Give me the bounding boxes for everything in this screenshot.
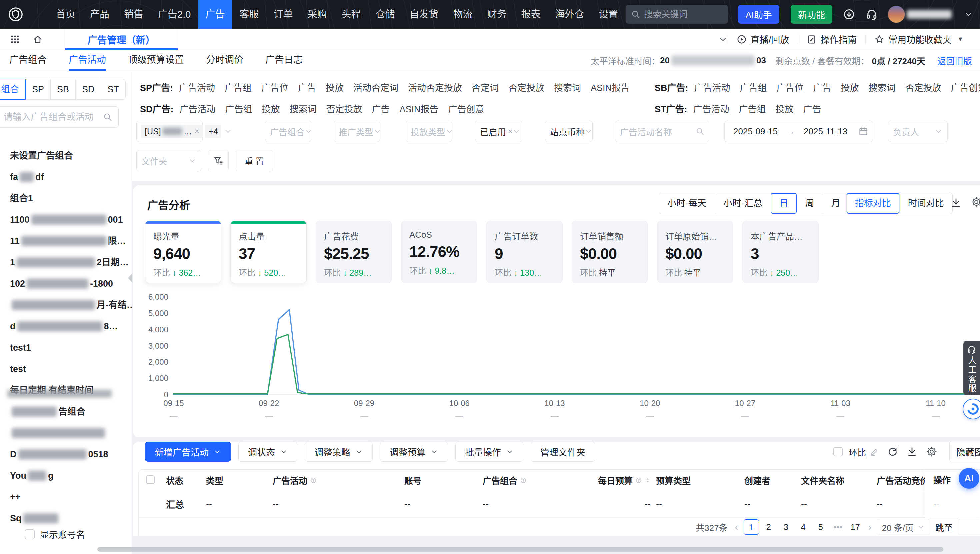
metric-card-广告订单数[interactable]: 广告订单数9环比 ↓ 130… [486,221,563,283]
nav-item-销售[interactable]: 销售 [117,0,151,29]
apps-grid-icon[interactable] [10,34,20,45]
section-tab-广告日志[interactable]: 广告日志 [265,50,303,71]
quick-link-广告组[interactable]: 广告组 [225,102,252,115]
quick-link-ASIN报告[interactable]: ASIN报告 [400,102,439,115]
ai-assistant-button[interactable]: AI助手 [738,5,780,24]
sidebar-tab-ST[interactable]: ST [101,79,126,100]
show-account-checkbox[interactable] [25,529,35,539]
nav-item-首页[interactable]: 首页 [49,0,83,29]
nav-item-物流[interactable]: 物流 [445,0,480,29]
quick-link-ASIN报告[interactable]: ASIN报告 [591,81,630,94]
help-question-icon[interactable]: ? [520,477,527,484]
quick-link-搜索词[interactable]: 搜索词 [290,102,317,115]
nav-item-自发货[interactable]: 自发货 [402,0,445,29]
toolbar-button-新增广告活动[interactable]: 新增广告活动 [145,442,231,462]
folder-filter-select[interactable]: 文件夹 [136,150,201,171]
quick-link-广告活动[interactable]: 广告活动 [179,81,215,94]
portfolio-item[interactable]: 每日定期 有结束时间 [0,380,132,401]
column-header-广告活动[interactable]: 广告活动? [273,474,404,486]
quick-link-投放[interactable]: 投放 [776,102,794,115]
sidebar-collapse-handle[interactable] [128,273,132,283]
account-filter-select[interactable]: [US]…× +4 [136,121,203,142]
column-header-预算类型[interactable]: 预算类型 [656,474,745,486]
quick-link-投放[interactable]: 投放 [841,81,859,94]
metric-card-广告花费[interactable]: 广告花费$25.25环比 ↓ 289… [316,221,392,283]
portfolio-item[interactable]: test1 [0,337,132,358]
quick-link-广告[interactable]: 广告 [803,102,821,115]
portfolio-item[interactable]: test [0,358,132,380]
period-日[interactable]: 日 [771,193,797,214]
portfolio-item[interactable]: 月-有结… [0,295,132,316]
portfolio-item[interactable]: d8… [0,316,132,337]
status-filter-select[interactable]: 已启用× [475,121,522,142]
period-小时-汇总[interactable]: 小时-汇总 [715,193,771,214]
quick-link-投放[interactable]: 投放 [262,102,280,115]
period-月[interactable]: 月 [822,193,849,214]
portfolio-filter-select[interactable]: 广告组合 [265,121,311,142]
portfolio-item[interactable]: 1100001 [0,209,132,230]
metric-card-本广告产品…[interactable]: 本广告产品…3环比 ↓ 250… [742,221,819,283]
column-header-类型[interactable]: 类型 [206,474,273,486]
quick-link-广告创意[interactable]: 广告创意 [448,102,484,115]
portfolio-item[interactable]: 102-1800 [0,273,132,295]
quick-link-活动否定投放[interactable]: 活动否定投放 [408,81,462,94]
nav-item-头程[interactable]: 头程 [334,0,368,29]
quick-link-搜索词[interactable]: 搜索词 [869,81,896,94]
user-menu-chevron-icon[interactable] [964,10,973,19]
quick-link-广告组[interactable]: 广告组 [225,81,252,94]
portfolio-item[interactable]: Youg [0,465,132,486]
quick-link-广告活动[interactable]: 广告活动 [694,81,730,94]
page-4[interactable]: 4 [795,519,811,535]
hide-chart-button[interactable]: 隐藏图表 [949,441,980,462]
horizontal-scrollbar[interactable] [97,547,943,552]
compare-时间对比[interactable]: 时间对比 [899,193,952,214]
toolbar-button-管理文件夹[interactable]: 管理文件夹 [531,442,595,462]
select-all-checkbox[interactable] [146,475,166,486]
back-to-old-link[interactable]: 返回旧版 [937,54,972,67]
portfolio-item[interactable]: ++ [0,486,132,508]
metric-card-订单原始销…[interactable]: 订单原始销…$0.00环比 持平 [657,221,733,283]
quick-link-否定投放[interactable]: 否定投放 [326,102,362,115]
section-tab-广告组合[interactable]: 广告组合 [10,50,47,71]
brand-logo-icon[interactable] [7,6,24,23]
period-周[interactable]: 周 [797,193,822,214]
nav-item-广告2.0[interactable]: 广告2.0 [151,0,198,29]
support-headset-icon[interactable] [865,8,878,20]
column-header-广告组合[interactable]: 广告组合? [483,474,573,486]
targeting-type-filter-select[interactable]: 投放类型 [406,121,452,142]
table-settings-gear-icon[interactable] [926,446,937,457]
nav-item-财务[interactable]: 财务 [480,0,514,29]
user-avatar[interactable] [888,6,905,23]
section-tab-分时调价[interactable]: 分时调价 [206,50,243,71]
nav-item-报表[interactable]: 报表 [514,0,548,29]
jump-page-input[interactable] [958,519,980,535]
page-2[interactable]: 2 [761,519,776,535]
quick-link-广告位[interactable]: 广告位 [261,81,288,94]
guide-link[interactable]: 操作指南 [798,33,865,46]
portfolio-item[interactable]: 组合1 [0,188,132,209]
toolbar-button-调整策略[interactable]: 调整策略 [305,442,373,462]
page-3[interactable]: 3 [778,519,794,535]
quick-link-广告创意[interactable]: 广告创意 [951,81,980,94]
new-features-button[interactable]: 新功能 [791,5,832,24]
quick-link-活动否定词[interactable]: 活动否定词 [353,81,398,94]
portfolio-item[interactable]: Sq [0,508,132,529]
portfolio-item[interactable]: 未设置广告组合 [0,145,132,166]
quick-link-广告活动[interactable]: 广告活动 [180,102,216,115]
page-5[interactable]: 5 [813,519,828,535]
metric-card-曝光量[interactable]: 曝光量9,640环比 ↓ 362… [145,221,221,283]
metric-card-订单销售额[interactable]: 订单销售额$0.00环比 持平 [572,221,648,283]
export-chart-icon[interactable] [951,197,961,208]
trend-line-chart[interactable]: 6,0005,0004,0003,0002,0001,000009-15—09-… [133,285,980,437]
sidebar-tab-SD[interactable]: SD [75,79,101,100]
section-tab-顶级预算设置[interactable]: 顶级预算设置 [128,50,184,71]
live-replay-link[interactable]: 直播/回放 [728,33,798,46]
quick-link-否定投放[interactable]: 否定投放 [508,81,544,94]
help-question-icon[interactable]: ? [635,477,642,484]
edit-pencil-icon[interactable] [870,447,879,456]
column-header-广告活动竞价[interactable]: 广告活动竞价 [877,474,925,486]
quick-link-广告组[interactable]: 广告组 [739,102,766,115]
page-1[interactable]: 1 [744,519,759,535]
show-account-toggle[interactable]: 显示账号名 [25,528,85,541]
ring-compare-checkbox[interactable] [833,447,843,456]
